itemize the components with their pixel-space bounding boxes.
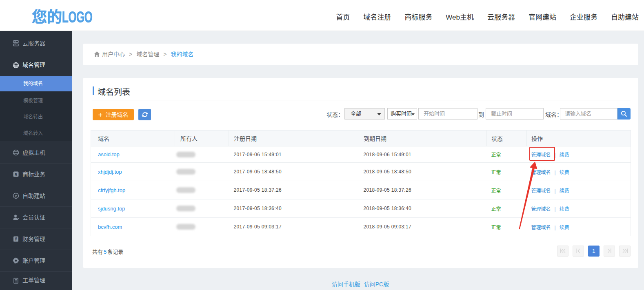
svg-text:R: R bbox=[15, 173, 18, 177]
svg-text:e: e bbox=[15, 194, 17, 198]
svg-text:¥: ¥ bbox=[15, 237, 17, 241]
